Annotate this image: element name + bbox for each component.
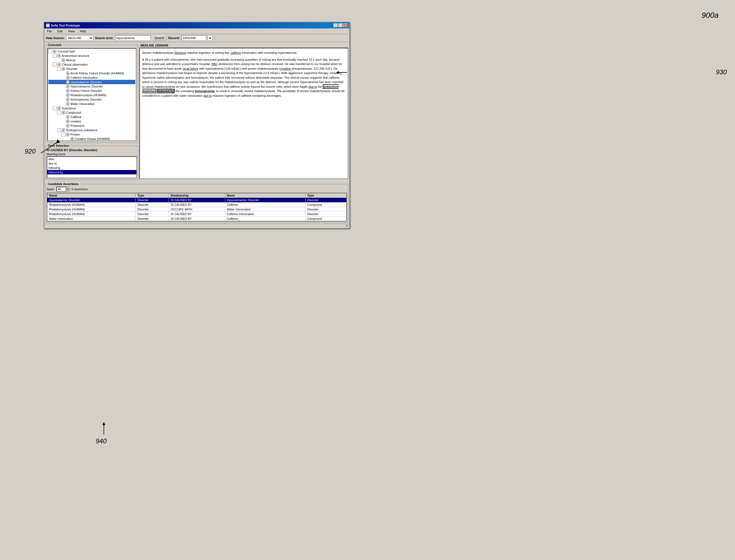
toolbar: Data Source: MEDLINE Search term: Search…	[44, 34, 349, 42]
tree-item-label: Muscle	[66, 58, 76, 62]
title-bar-left: ■ Sofia Text Prototype	[46, 24, 80, 27]
tree-node-icon: i	[62, 128, 65, 132]
spin-down[interactable]: ▼	[66, 189, 70, 192]
tree-node-icon: i	[66, 124, 70, 128]
tree-item-c11[interactable]: iRhabdomyolysis (HUMAN)	[48, 93, 135, 97]
tree-item-c2[interactable]: -iAnatomical structure	[48, 54, 135, 58]
tree-node-icon: i	[70, 137, 74, 141]
term-list-item-t3[interactable]: following	[47, 166, 136, 170]
minimize-button[interactable]: _	[333, 24, 338, 27]
tree-item-c9[interactable]: iHyponatraemic Disorder	[48, 84, 135, 89]
menu-view[interactable]: View	[66, 29, 76, 33]
tree-expander[interactable]: -	[53, 54, 57, 58]
record-input[interactable]	[181, 35, 206, 41]
tree-item-c20[interactable]: -iProtein	[48, 132, 135, 137]
tree-node-icon: i	[66, 76, 70, 80]
tree-item-label: Potassium	[71, 124, 84, 127]
ca-controls: Span: ▲ ▼ 5 assertions	[47, 187, 347, 192]
tree-item-c1[interactable]: -iConcept type	[48, 49, 135, 54]
menu-help[interactable]: Help	[78, 29, 88, 33]
tree-expander[interactable]: -	[53, 63, 57, 66]
record-label: Record:	[168, 36, 180, 40]
assertion-row-2[interactable]: Rhabdomyolysis (HUMAN)DisorderOCCURS WIT…	[47, 207, 347, 212]
assertion-row-3[interactable]: Rhabdomyolysis (HUMAN)DisorderIS CAUSED …	[47, 212, 347, 216]
tree-item-c18[interactable]: iPotassium	[48, 124, 135, 128]
due-to-underline: due to	[309, 85, 317, 88]
tree-node-icon: i	[66, 71, 70, 75]
tree-item-label: Hyponatraemic Disorder	[71, 85, 103, 88]
tree-item-c17[interactable]: icreatine	[48, 119, 135, 124]
status-bar: //	[44, 224, 349, 228]
assertion-cell-4-3: Caffeine	[225, 216, 305, 221]
assertion-cell-0-1: Disorder	[136, 198, 169, 203]
tree-item-c6[interactable]: iAcute Kidney Failure Disorder [HUMAN]	[48, 71, 135, 75]
tree-item-label: Caffeine Intoxication	[71, 76, 98, 79]
concepts-panel: Concepts -iConcept type-iAnatomical stru…	[45, 43, 138, 143]
record-select[interactable]: ▼	[208, 35, 213, 41]
tree-item-c13[interactable]: iWater Intoxication	[48, 102, 135, 106]
datasource-select[interactable]: MEDLINE	[66, 35, 93, 41]
tree-item-label: Substance	[62, 107, 76, 110]
assertion-row-0[interactable]: Hypokalaemic DisorderDisorderIS CAUSED B…	[47, 198, 347, 203]
tree-item-c8[interactable]: iHypokalaemic Disorder	[48, 80, 135, 84]
search-button[interactable]: Search	[152, 35, 167, 41]
tree-item-label: Water Intoxication	[71, 102, 95, 105]
assertion-cell-3-0: Rhabdomyolysis (HUMAN)	[47, 212, 136, 216]
article-paragraph-2: A 36-y-o patient with schizophrenia, who…	[142, 57, 345, 98]
hyponatremia-bold: hyponatremia	[195, 89, 214, 93]
tree-expander[interactable]: -	[48, 49, 52, 53]
title-bar: ■ Sofia Text Prototype _ □ ×	[44, 22, 349, 28]
tree-item-c3[interactable]: iMuscle	[48, 58, 135, 62]
tree-item-c14[interactable]: -iSubstance	[48, 106, 135, 110]
tree-expander[interactable]: -	[53, 106, 57, 110]
assertions-table: Name Type Relationship Name Type Hypokal…	[47, 193, 347, 221]
tree-item-c7[interactable]: iCaffeine Intoxication	[48, 75, 135, 80]
tree-item-label: Rhabdomyolysis (HUMAN)	[71, 93, 106, 97]
tree-item-c16[interactable]: iCaffeine	[48, 115, 135, 119]
close-button[interactable]: ×	[343, 24, 348, 27]
tree-item-c5[interactable]: -iDisorder	[48, 67, 135, 71]
tree-item-c19[interactable]: -iEndogenous substance	[48, 128, 135, 132]
menu-file[interactable]: File	[45, 29, 54, 33]
tree-item-label: creatine	[71, 120, 81, 123]
maximize-button[interactable]: □	[338, 24, 343, 27]
assertion-cell-2-1: Disorder	[136, 207, 169, 212]
assertion-cell-1-0: Rhabdomyolysis (HUMAN)	[47, 203, 136, 207]
tree-node-icon: i	[57, 63, 61, 66]
tree-item-c12[interactable]: iSchizophrenic Disorder	[48, 97, 135, 102]
renal-failure-underline: renal failure	[183, 67, 198, 70]
menu-edit[interactable]: Edit	[56, 29, 64, 33]
assertion-row-4[interactable]: Water IntoxicationDisorderIS CAUSED BYCa…	[47, 216, 347, 221]
tree-node-icon: i	[66, 98, 70, 101]
term-list-item-t2[interactable]: due to	[47, 161, 136, 166]
assertion-cell-1-1: Disorder	[136, 203, 169, 207]
assertion-cell-0-2: IS CAUSED BY	[169, 198, 225, 203]
col-name1: Name	[47, 193, 136, 198]
search-input[interactable]	[115, 35, 151, 41]
assertions-count: 5 assertions	[72, 187, 88, 191]
spin-arrows: ▲ ▼	[66, 187, 70, 192]
span-value-input[interactable]	[56, 187, 66, 192]
assertion-cell-2-0: Rhabdomyolysis (HUMAN)	[47, 207, 136, 212]
tree-item-label: Schizophrenic Disorder	[71, 98, 102, 101]
tree-expander[interactable]: -	[57, 67, 61, 71]
assertion-cell-0-0: Hypokalaemic Disorder	[47, 198, 136, 203]
tree-item-c21[interactable]: iCreatine Kinase [HUMAN]	[48, 137, 135, 141]
term-list[interactable]: afterdue tofollowinginduced by	[47, 156, 137, 178]
assertion-cell-3-2: IS CAUSED BY	[169, 212, 225, 216]
concepts-tree[interactable]: -iConcept type-iAnatomical structureiMus…	[47, 48, 136, 141]
tree-item-c10[interactable]: iKidney Failure Disorder	[48, 89, 135, 93]
assertion-row-1[interactable]: Rhabdomyolysis (HUMAN)DisorderIS CAUSED …	[47, 203, 347, 207]
term-list-item-t4[interactable]: induced by	[47, 170, 136, 174]
tree-item-c15[interactable]: -iCompound	[48, 110, 135, 115]
menu-bar: File Edit View Help	[44, 28, 349, 34]
spin-up[interactable]: ▲	[66, 187, 70, 189]
term-list-item-t1[interactable]: after	[47, 157, 136, 161]
tree-expander[interactable]: -	[62, 133, 65, 136]
tree-item-c4[interactable]: -iClinical observation	[48, 62, 135, 67]
tree-node-icon: i	[62, 58, 65, 62]
tree-expander[interactable]: -	[57, 111, 61, 115]
assertion-cell-4-1: Disorder	[136, 216, 169, 221]
tree-expander[interactable]: -	[57, 128, 61, 132]
span-spinner[interactable]: ▲ ▼	[56, 187, 70, 192]
